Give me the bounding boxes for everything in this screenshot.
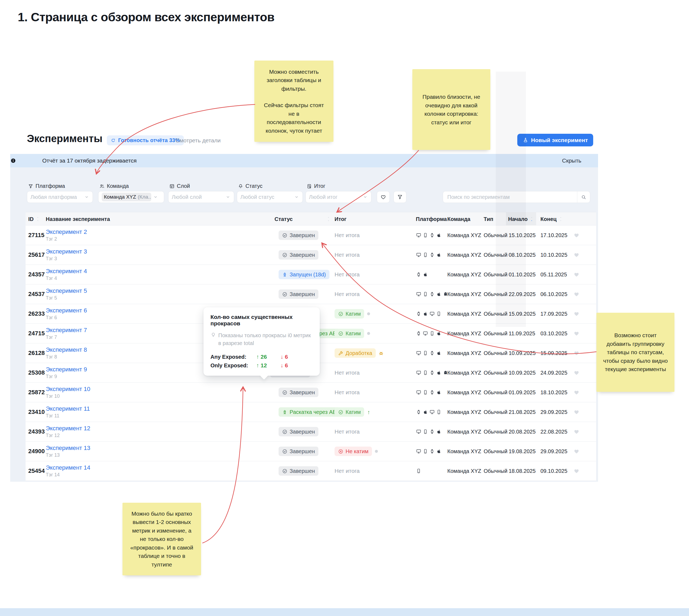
experiment-id: 25308 [28, 369, 45, 376]
experiment-link[interactable]: Эксперимент 14 [46, 464, 90, 471]
favorite-heart-button[interactable] [573, 468, 580, 474]
start-date-cell: 08.10.2025 [509, 252, 536, 258]
end-date-cell: 29.09.2025 [540, 448, 568, 455]
end-date-cell: 29.09.2025 [540, 409, 568, 415]
new-experiment-button[interactable]: Новый эксперимент [517, 134, 593, 147]
platforms-cell [416, 311, 442, 317]
experiment-link[interactable]: Эксперимент 13 [46, 445, 90, 452]
heart-filled-icon [573, 291, 580, 298]
sort-control[interactable] [327, 217, 331, 221]
tooltip-metric-down: ↓ 6 [281, 362, 288, 369]
team-cell: Команда XYZ [447, 409, 481, 415]
sort-control[interactable] [36, 217, 40, 221]
desktop-icon [416, 350, 421, 356]
sticky-note-show-metrics: Можно было бы кратко вывести 1-2 основны… [123, 503, 201, 575]
favorite-heart-button[interactable] [573, 232, 580, 238]
platforms-cell [416, 370, 448, 376]
favorite-heart-button[interactable] [573, 448, 580, 455]
search-input[interactable] [443, 194, 577, 200]
col-outcome: Итог [335, 212, 347, 226]
phone-icon [423, 448, 428, 454]
table-row[interactable]: 24393Эксперимент 12Тэг 12ЗавершенНет ито… [26, 422, 596, 442]
apple-icon [436, 350, 442, 356]
status-outcome-sort[interactable] [324, 212, 331, 226]
status-badge: Завершен [279, 466, 318, 476]
search-icon [581, 194, 586, 200]
table-row[interactable]: 24357Эксперимент 4Тэг 4Запущен (18d)Нет … [26, 265, 596, 284]
favorite-heart-button[interactable] [573, 311, 580, 317]
favorites-filter-button[interactable] [377, 191, 390, 203]
filter-select-outcome[interactable]: Любой итог [306, 191, 372, 203]
favorite-heart-button[interactable] [573, 271, 580, 278]
no-outcome-text: Нет итога [335, 370, 360, 376]
view-details-link[interactable]: Смотреть детали [176, 137, 221, 144]
favorite-heart-button[interactable] [573, 428, 580, 435]
filter-select-platform[interactable]: Любая платформа [27, 191, 93, 203]
no-outcome-text: Нет итога [335, 291, 360, 298]
phone-icon [423, 370, 428, 376]
watch-icon [416, 409, 421, 415]
favorite-heart-button[interactable] [573, 291, 580, 298]
table-row[interactable]: 24537Эксперимент 5Тэг 5ЗавершенНет итога… [26, 284, 596, 304]
start-date-cell: 15.10.2025 [509, 232, 536, 238]
experiment-link[interactable]: Эксперимент 3 [46, 248, 87, 255]
experiment-link[interactable]: Эксперимент 8 [46, 346, 87, 353]
experiment-link[interactable]: Эксперимент 6 [46, 307, 87, 314]
favorite-heart-button[interactable] [573, 389, 580, 396]
type-cell: Обычный [484, 291, 507, 298]
experiment-link[interactable]: Эксперимент 7 [46, 327, 87, 334]
phone-icon [436, 409, 442, 415]
heart-filled-icon [573, 448, 580, 455]
more-filters-button[interactable] [394, 191, 406, 203]
experiment-link[interactable]: Эксперимент 11 [46, 405, 90, 412]
favorite-heart-button[interactable] [573, 409, 580, 415]
watch-icon [416, 331, 421, 336]
col-team: Команда [447, 212, 470, 226]
experiment-link[interactable]: Эксперимент 10 [46, 386, 90, 393]
chevron-down-icon [362, 194, 368, 200]
status-badge: Завершен [279, 427, 318, 437]
desktop-icon [416, 291, 421, 297]
report-readiness-badge[interactable]: Готовность отчёта 33% [107, 135, 184, 145]
experiment-tag: Тэг 10 [46, 393, 90, 399]
filter-select-team[interactable]: Команда XYZ(Кла... [98, 191, 164, 203]
outcome-badge: Катим [335, 408, 364, 417]
experiment-link[interactable]: Эксперимент 2 [46, 228, 87, 236]
favorite-heart-button[interactable] [573, 251, 580, 258]
end-date-cell: 09.10.2025 [540, 468, 568, 474]
sort-control[interactable] [530, 217, 534, 221]
experiment-link[interactable]: Эксперимент 4 [46, 268, 87, 275]
search-button[interactable] [577, 191, 590, 203]
banner-hide-link[interactable]: Скрыть [562, 157, 581, 164]
sort-control[interactable] [559, 217, 563, 221]
filter-select-status[interactable]: Любой статус [237, 191, 303, 203]
apple-icon [436, 291, 442, 297]
report-delay-banner: Отчёт за 17 октября задерживается Скрыть [10, 154, 598, 168]
table-row[interactable]: 24900Эксперимент 13Тэг 13ЗавершенНе кати… [26, 442, 596, 461]
table-row[interactable]: 23410Эксперимент 11Тэг 11Раскатка через … [26, 402, 596, 422]
tooltip-hint: Показаны только прокрасы i0 метрик в раз… [210, 332, 313, 347]
experiment-link[interactable]: Эксперимент 9 [46, 366, 87, 373]
start-date-cell: 01.10.2025 [509, 271, 536, 278]
platforms-cell [416, 331, 442, 336]
desktop-icon [416, 233, 421, 238]
status-cell: Завершен [279, 447, 318, 456]
status-badge: Завершен [279, 388, 318, 397]
filter-select-layer[interactable]: Любой слой [168, 191, 234, 203]
table-row[interactable]: 25617Эксперимент 3Тэг 3ЗавершенНет итога… [26, 245, 596, 265]
experiment-link[interactable]: Эксперимент 5 [46, 287, 87, 294]
experiment-link[interactable]: Эксперимент 12 [46, 425, 90, 432]
check-circle-icon [282, 291, 287, 297]
favorite-heart-button[interactable] [573, 370, 580, 376]
tooltip-title: Кол-во самых существенных прокрасов [210, 314, 313, 327]
rocket-icon [282, 272, 287, 277]
favorite-heart-button[interactable] [573, 350, 580, 356]
table-row[interactable]: 25454Эксперимент 14Тэг 14ЗавершенНет ито… [26, 461, 596, 481]
tooltip-metric-up: ↑ 12 [256, 362, 281, 369]
table-row[interactable]: 27115Эксперимент 2Тэг 2ЗавершенНет итога… [26, 225, 596, 245]
outcome-cell: Нет итога [335, 271, 360, 278]
start-date-cell: 19.08.2025 [509, 448, 536, 455]
favorite-heart-button[interactable] [573, 330, 580, 337]
flask-icon [523, 137, 528, 143]
table-row[interactable]: 25872Эксперимент 10Тэг 10ЗавершенНет ито… [26, 383, 596, 402]
